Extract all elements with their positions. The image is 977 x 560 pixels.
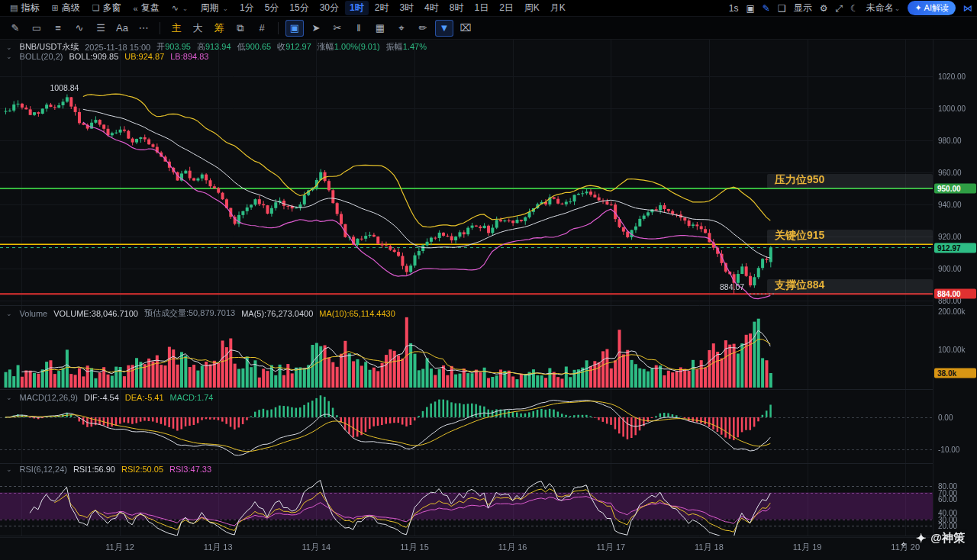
timeframe-周K[interactable]: 周K: [520, 1, 544, 15]
chip-distribution-toggle[interactable]: 筹: [210, 20, 228, 37]
price-tick: 980.00: [938, 137, 962, 145]
sparkle-icon: ✦: [914, 3, 921, 13]
timeframe-5分[interactable]: 5分: [260, 1, 284, 15]
watermark-small-star-icon: ✧: [901, 541, 907, 549]
expand-icon[interactable]: ⤢: [835, 3, 843, 14]
draw-icon[interactable]: ✎: [763, 3, 770, 14]
display-menu-button-label: 显示: [794, 2, 812, 14]
timeframe-4时[interactable]: 4时: [420, 1, 443, 15]
time-axis[interactable]: 11月 1211月 1311月 1411月 1511月 1611月 1711月 …: [0, 537, 933, 554]
ai-button-label: AI解读: [924, 2, 949, 14]
bars-tool[interactable]: ‖: [350, 20, 368, 37]
lines-tool[interactable]: ≡: [49, 20, 67, 37]
timeframe-3时[interactable]: 3时: [395, 1, 418, 15]
timeframe-2时[interactable]: 2时: [370, 1, 394, 15]
timeframe-1日[interactable]: 1日: [469, 1, 493, 15]
drawing-toolbar: ✎▭≡∿☰Aa⋯主大筹⧉#▣➤✂‖▦⌖✏▼⌧: [0, 17, 977, 40]
price-badge: 950.00: [934, 183, 976, 193]
pointer-tool[interactable]: ➤: [307, 20, 325, 37]
time-label: 11月 19: [793, 542, 822, 553]
table-tool[interactable]: ▦: [371, 20, 389, 37]
timeframe-月K[interactable]: 月K: [546, 1, 570, 15]
chevron-down-icon: ⌄: [222, 5, 228, 12]
timeframe-2日[interactable]: 2日: [495, 1, 518, 15]
large-view-toggle[interactable]: 大: [189, 20, 207, 37]
price-axis[interactable]: 1020.001000.00980.00960.00940.00920.0090…: [933, 40, 977, 537]
toolbar-separator: [278, 22, 279, 34]
watermark-text: @神策: [930, 531, 965, 546]
price-chart-canvas[interactable]: [0, 40, 933, 560]
replay-icon: «: [134, 4, 138, 13]
wave-tool[interactable]: ∿: [70, 20, 89, 37]
edit-tool[interactable]: ✏: [414, 20, 432, 37]
time-label: 11月 17: [596, 542, 625, 553]
watermark: ✧ ✦ @神策: [916, 531, 965, 546]
layout-name-button-label: 未命名: [866, 2, 894, 14]
timeframe-30分[interactable]: 30分: [315, 1, 343, 15]
multi-window-icon: ❏: [92, 3, 100, 13]
time-label: 11月 18: [695, 542, 724, 553]
menu-label: 多窗: [103, 2, 121, 14]
time-label: 11月 15: [400, 542, 429, 553]
price-tick: 1020.00: [938, 72, 966, 81]
collapse-icon[interactable]: ⌄: [6, 53, 12, 60]
top-menu-left: ▤指标⊞高级❏多窗«复盘∿⌄周期⌄1分5分15分30分1时2时3时4时8时1日2…: [5, 1, 570, 15]
duplicate-tool[interactable]: ⧉: [231, 20, 250, 37]
layout-name-button[interactable]: 未命名⌄: [866, 2, 901, 14]
menu-高级[interactable]: ⊞高级: [46, 1, 85, 15]
menu-多窗[interactable]: ❏多窗: [87, 1, 127, 15]
more-tools-button[interactable]: ⋯: [134, 20, 153, 37]
price-tick: 900.00: [938, 264, 962, 272]
timeframe-15分[interactable]: 15分: [285, 1, 313, 15]
menu-label: 复盘: [141, 2, 160, 14]
rsi-tick: 60.00: [938, 495, 957, 504]
list-tool[interactable]: ☰: [92, 20, 110, 37]
volume-tick: 200.00k: [938, 307, 966, 316]
cut-tool[interactable]: ✂: [328, 20, 347, 37]
top-menu-bar: ▤指标⊞高级❏多窗«复盘∿⌄周期⌄1分5分15分30分1时2时3时4时8时1日2…: [0, 0, 977, 17]
delete-tool[interactable]: ⌧: [456, 20, 475, 37]
menu-label: 指标: [21, 2, 39, 14]
rsi-tick: 20.00: [938, 522, 957, 530]
advanced-icon: ⊞: [51, 3, 58, 13]
chevron-down-icon: ⌄: [182, 5, 189, 12]
collapse-icon[interactable]: ⌄: [6, 465, 12, 473]
macd-tick: -10.00: [938, 446, 959, 454]
rectangle-tool[interactable]: ▭: [27, 20, 46, 37]
chat-icon[interactable]: ❑: [778, 3, 786, 14]
grid-tool[interactable]: #: [253, 20, 271, 37]
timeframe-8时[interactable]: 8时: [445, 1, 469, 15]
crosshair-tool[interactable]: ⌖: [392, 20, 411, 37]
ai-analyze-button[interactable]: ✦AI解读: [908, 1, 956, 15]
price-badge: 38.0k: [934, 368, 976, 378]
pencil-tool[interactable]: ✎: [6, 20, 24, 37]
display-menu-button[interactable]: 显示: [794, 2, 812, 14]
collapse-icon[interactable]: ⌄: [6, 394, 12, 401]
settings-icon[interactable]: ⚙: [820, 3, 828, 14]
main-chart-toggle[interactable]: 主: [167, 20, 185, 37]
timeframe-1分[interactable]: 1分: [235, 1, 259, 15]
price-badge: 912.97: [934, 243, 976, 253]
menu-复盘[interactable]: «复盘: [128, 1, 165, 15]
filter-tool[interactable]: ▼: [435, 20, 453, 37]
watermark-star-icon: ✦: [916, 531, 926, 546]
chart-area: ⌄BNB/USDT永续2025-11-18 15:00开903.95高913.9…: [0, 40, 977, 560]
indicator-icon: ▤: [10, 3, 18, 13]
select-mode-tool[interactable]: ▣: [285, 20, 304, 37]
menu-周期[interactable]: 周期⌄: [195, 1, 234, 15]
timeframe-1时[interactable]: 1时: [345, 1, 369, 15]
menu-指标[interactable]: ▤指标: [5, 1, 44, 15]
share-icon[interactable]: ⋈: [963, 3, 972, 14]
screenshot-icon[interactable]: ▣: [746, 3, 755, 14]
time-label: 11月 14: [302, 542, 331, 553]
price-tick: 1000.00: [938, 105, 966, 113]
time-label: 11月 12: [105, 542, 134, 553]
text-tool[interactable]: Aa: [113, 20, 131, 37]
collapse-icon[interactable]: ⌄: [6, 43, 12, 51]
theme-icon[interactable]: ☾: [850, 3, 859, 14]
interval-1s-button[interactable]: 1s: [729, 3, 739, 14]
collapse-icon[interactable]: ⌄: [6, 310, 12, 317]
menu-wave[interactable]: ∿⌄: [166, 2, 194, 14]
toolbar-separator: [160, 22, 160, 34]
menu-label: 周期: [200, 2, 218, 14]
